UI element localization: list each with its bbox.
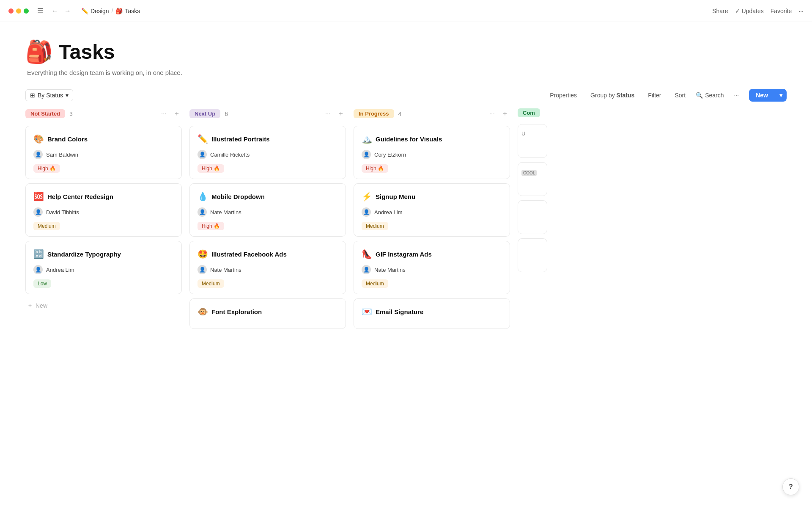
column-header-not-started: Not Started 3 ··· ＋ bbox=[25, 108, 182, 119]
priority-badge: High 🔥 bbox=[33, 164, 60, 173]
card-title: Illustrated Portraits bbox=[211, 135, 270, 143]
chevron-down-icon: ▾ bbox=[66, 92, 69, 99]
forward-button[interactable]: → bbox=[63, 6, 73, 16]
cool-badge: COOL bbox=[521, 170, 537, 176]
view-selector[interactable]: ⊞ By Status ▾ bbox=[25, 89, 73, 101]
col-count-next-up: 6 bbox=[225, 110, 228, 117]
card-partial-1[interactable]: U bbox=[518, 124, 547, 158]
card-title: GIF Instagram Ads bbox=[376, 251, 432, 258]
column-header-in-progress: In Progress 4 ··· ＋ bbox=[354, 108, 510, 119]
card-help-center[interactable]: 🆘 Help Center Redesign 👤 David Tibbitts … bbox=[25, 183, 182, 237]
nav-arrows: ← → bbox=[50, 6, 73, 16]
back-button[interactable]: ← bbox=[50, 6, 60, 16]
filter-button[interactable]: Filter bbox=[645, 90, 664, 101]
close-button[interactable] bbox=[8, 8, 14, 14]
group-by-value: Status bbox=[617, 92, 635, 99]
avatar: 👤 bbox=[198, 207, 207, 217]
hamburger-icon[interactable]: ☰ bbox=[37, 7, 43, 15]
toolbar: ⊞ By Status ▾ Properties Group by Status… bbox=[0, 85, 812, 108]
avatar: 👤 bbox=[198, 150, 207, 159]
group-by-button[interactable]: Group by Status bbox=[587, 90, 638, 101]
card-title-row: 🔡 Standardize Typography bbox=[33, 249, 174, 259]
tasks-emoji: 🎒 bbox=[115, 8, 123, 14]
col-add-next-up[interactable]: ＋ bbox=[336, 108, 346, 119]
updates-button[interactable]: ✓ Updates bbox=[735, 8, 764, 14]
card-title-row: ⚡ Signup Menu bbox=[362, 191, 502, 202]
card-title-row: 💌 Email Signature bbox=[362, 306, 502, 317]
grid-icon: ⊞ bbox=[30, 92, 35, 99]
col-count-in-progress: 4 bbox=[398, 110, 402, 117]
column-in-progress: In Progress 4 ··· ＋ 🏔️ Guidelines for Vi… bbox=[354, 108, 510, 333]
breadcrumb-design[interactable]: ✏️ Design bbox=[81, 8, 109, 14]
card-emoji: ✏️ bbox=[198, 134, 208, 144]
column-not-started: Not Started 3 ··· ＋ 🎨 Brand Colors 👤 Sam… bbox=[25, 108, 182, 333]
card-illustrated-facebook-ads[interactable]: 🤩 Illustrated Facebook Ads 👤 Nate Martin… bbox=[189, 241, 346, 294]
search-icon: 🔍 bbox=[696, 92, 703, 99]
card-title-row: 🎨 Brand Colors bbox=[33, 134, 174, 144]
titlebar-actions: Share ✓ Updates Favorite ··· bbox=[712, 8, 804, 14]
card-person: 👤 Nate Martins bbox=[198, 207, 338, 217]
view-label: By Status bbox=[38, 92, 63, 99]
add-new-not-started[interactable]: ＋ New bbox=[25, 298, 182, 313]
new-button-arrow[interactable]: ▾ bbox=[775, 89, 787, 102]
col-add-in-progress[interactable]: ＋ bbox=[500, 108, 510, 119]
properties-button[interactable]: Properties bbox=[546, 90, 580, 101]
sort-button[interactable]: Sort bbox=[671, 90, 689, 101]
card-partial-3[interactable] bbox=[518, 200, 547, 234]
priority-badge: Medium bbox=[198, 279, 224, 288]
person-name: David Tibbitts bbox=[46, 209, 79, 215]
breadcrumb-child-label: Tasks bbox=[125, 8, 140, 14]
check-icon: ✓ bbox=[735, 8, 740, 14]
more-options-button[interactable]: ··· bbox=[731, 90, 743, 101]
minimize-button[interactable] bbox=[16, 8, 21, 14]
card-standardize-typography[interactable]: 🔡 Standardize Typography 👤 Andrea Lim Lo… bbox=[25, 241, 182, 294]
card-font-exploration[interactable]: 🐵 Font Exploration bbox=[189, 298, 346, 329]
col-more-next-up[interactable]: ··· bbox=[324, 109, 332, 119]
add-label: New bbox=[36, 302, 47, 309]
card-emoji: 🎨 bbox=[33, 134, 44, 144]
col-actions-in-progress: ··· ＋ bbox=[488, 108, 510, 119]
card-title: Font Exploration bbox=[211, 308, 262, 315]
card-illustrated-portraits[interactable]: ✏️ Illustrated Portraits 👤 Camille Ricke… bbox=[189, 126, 346, 179]
new-button[interactable]: New ▾ bbox=[749, 89, 787, 102]
col-more-not-started[interactable]: ··· bbox=[159, 109, 168, 119]
card-partial-4[interactable] bbox=[518, 238, 547, 272]
titlebar: ☰ ← → ✏️ Design / 🎒 Tasks Share ✓ Update… bbox=[0, 0, 812, 22]
card-mobile-dropdown[interactable]: 💧 Mobile Dropdown 👤 Nate Martins High 🔥 bbox=[189, 183, 346, 237]
col-actions-next-up: ··· ＋ bbox=[324, 108, 346, 119]
priority-badge: High 🔥 bbox=[362, 164, 388, 173]
col-add-not-started[interactable]: ＋ bbox=[172, 108, 182, 119]
col-count-not-started: 3 bbox=[69, 110, 73, 117]
breadcrumb-tasks[interactable]: 🎒 Tasks bbox=[115, 8, 140, 14]
card-email-signature[interactable]: 💌 Email Signature bbox=[354, 298, 510, 329]
page-title-row: 🎒 Tasks bbox=[25, 39, 787, 65]
card-title: Email Signature bbox=[376, 308, 423, 315]
favorite-button[interactable]: Favorite bbox=[771, 8, 792, 14]
card-gif-instagram-ads[interactable]: 👠 GIF Instagram Ads 👤 Nate Martins Mediu… bbox=[354, 241, 510, 294]
more-button[interactable]: ··· bbox=[798, 8, 804, 14]
person-name: Camille Ricketts bbox=[210, 152, 250, 158]
avatar: 👤 bbox=[362, 150, 371, 159]
card-emoji: 🔡 bbox=[33, 249, 44, 259]
card-person: 👤 Cory Etzkorn bbox=[362, 150, 502, 159]
partial-card-label: U bbox=[521, 130, 543, 137]
priority-badge: Low bbox=[33, 279, 51, 288]
col-more-in-progress[interactable]: ··· bbox=[488, 109, 497, 119]
card-guidelines-visuals[interactable]: 🏔️ Guidelines for Visuals 👤 Cory Etzkorn… bbox=[354, 126, 510, 179]
card-brand-colors[interactable]: 🎨 Brand Colors 👤 Sam Baldwin High 🔥 bbox=[25, 126, 182, 179]
card-signup-menu[interactable]: ⚡ Signup Menu 👤 Andrea Lim Medium bbox=[354, 183, 510, 237]
card-title: Signup Menu bbox=[376, 193, 415, 200]
maximize-button[interactable] bbox=[24, 8, 29, 14]
breadcrumb-separator: / bbox=[112, 8, 113, 14]
avatar: 👤 bbox=[33, 150, 43, 159]
card-title: Brand Colors bbox=[47, 135, 88, 143]
page-subtitle: Everything the design team is working on… bbox=[27, 69, 787, 76]
column-complete-partial: Com U COOL bbox=[518, 108, 547, 333]
card-partial-2[interactable]: COOL bbox=[518, 162, 547, 196]
search-button[interactable]: 🔍 Search bbox=[696, 92, 724, 99]
avatar: 👤 bbox=[33, 207, 43, 217]
card-emoji: 🤩 bbox=[198, 249, 208, 259]
card-title: Illustrated Facebook Ads bbox=[211, 251, 287, 258]
share-button[interactable]: Share bbox=[712, 8, 728, 14]
status-badge-complete: Com bbox=[518, 108, 540, 117]
